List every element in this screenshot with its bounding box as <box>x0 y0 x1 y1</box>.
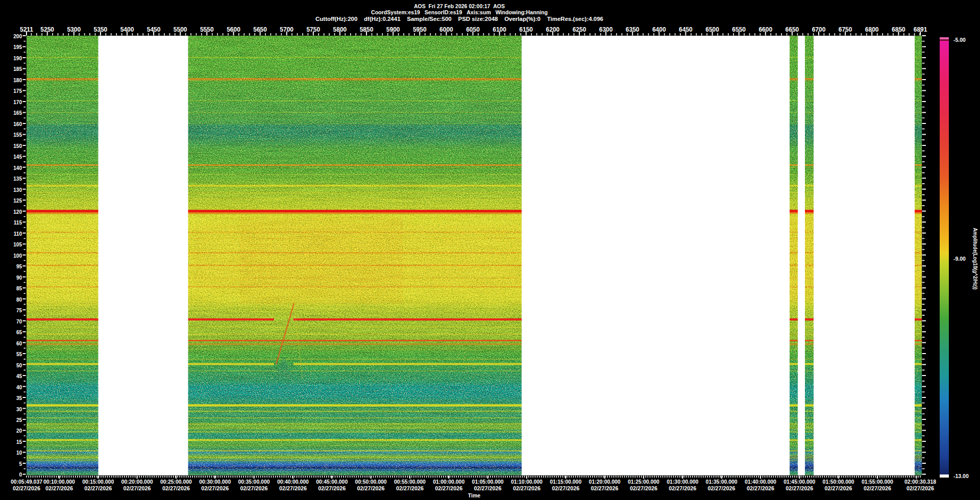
svg-text:40: 40 <box>16 385 22 390</box>
svg-text:180: 180 <box>13 78 22 83</box>
svg-text:02/27/2026: 02/27/2026 <box>279 485 307 491</box>
svg-text:00:35:00.000: 00:35:00.000 <box>238 479 270 485</box>
svg-text:00:20:00.000: 00:20:00.000 <box>121 479 153 485</box>
svg-text:6300: 6300 <box>599 26 613 33</box>
svg-text:185: 185 <box>13 66 22 72</box>
svg-text:00:05:49.037: 00:05:49.037 <box>11 479 42 485</box>
svg-text:6550: 6550 <box>732 26 746 33</box>
svg-text:15: 15 <box>16 439 22 445</box>
svg-text:AOS Fri 27 Feb 2026 02:00:17: AOS Fri 27 Feb 2026 02:00:17 AOS <box>414 3 505 9</box>
svg-text:01:50:00.000: 01:50:00.000 <box>823 479 854 485</box>
svg-text:150: 150 <box>13 143 22 149</box>
svg-text:5250: 5250 <box>40 26 54 33</box>
svg-text:165: 165 <box>13 110 22 116</box>
svg-text:01:00:00.000: 01:00:00.000 <box>433 479 464 485</box>
svg-text:110: 110 <box>14 231 22 237</box>
svg-text:02/27/2026: 02/27/2026 <box>357 485 385 491</box>
svg-text:75: 75 <box>16 308 22 313</box>
svg-text:00:45:00.000: 00:45:00.000 <box>316 479 348 485</box>
svg-text:00:25:00.000: 00:25:00.000 <box>160 479 192 485</box>
svg-text:5900: 5900 <box>386 26 400 33</box>
svg-text:01:20:00.000: 01:20:00.000 <box>589 479 621 485</box>
svg-text:80: 80 <box>16 297 22 303</box>
svg-text:6750: 6750 <box>839 26 852 33</box>
svg-text:02/27/2026: 02/27/2026 <box>864 485 891 491</box>
svg-text:02/27/2026: 02/27/2026 <box>591 485 619 491</box>
svg-text:70: 70 <box>16 319 22 324</box>
svg-text:10: 10 <box>16 450 22 456</box>
svg-text:6450: 6450 <box>679 26 693 33</box>
svg-text:6100: 6100 <box>493 26 506 33</box>
svg-text:115: 115 <box>14 220 22 226</box>
svg-text:95: 95 <box>16 264 22 269</box>
svg-text:140: 140 <box>13 165 22 171</box>
svg-text:6600: 6600 <box>758 26 772 33</box>
svg-text:02/27/2026: 02/27/2026 <box>13 485 40 491</box>
svg-text:-13.00: -13.00 <box>953 473 969 479</box>
svg-text:Amplitude(Log10(g^2/Hz)): Amplitude(Log10(g^2/Hz)) <box>972 228 978 290</box>
svg-text:01:05:00.000: 01:05:00.000 <box>472 479 504 485</box>
svg-text:6500: 6500 <box>705 26 719 33</box>
svg-text:02/27/2026: 02/27/2026 <box>513 485 541 491</box>
svg-text:5450: 5450 <box>147 26 161 33</box>
svg-text:200: 200 <box>13 34 22 39</box>
svg-text:135: 135 <box>13 176 22 182</box>
svg-text:Time: Time <box>468 492 480 498</box>
svg-text:02/27/2026: 02/27/2026 <box>435 485 462 491</box>
svg-text:5800: 5800 <box>333 26 347 33</box>
svg-text:02/27/2026: 02/27/2026 <box>906 485 934 491</box>
svg-text:01:40:00.000: 01:40:00.000 <box>745 479 776 485</box>
svg-text:02/27/2026: 02/27/2026 <box>84 485 112 491</box>
svg-text:50: 50 <box>16 363 22 368</box>
svg-text:00:30:00.000: 00:30:00.000 <box>199 479 231 485</box>
svg-text:100: 100 <box>13 253 22 259</box>
svg-text:5700: 5700 <box>280 26 293 33</box>
svg-text:00:15:00.000: 00:15:00.000 <box>82 479 114 485</box>
svg-text:5950: 5950 <box>413 26 427 33</box>
svg-text:25: 25 <box>16 417 22 423</box>
svg-text:175: 175 <box>13 88 22 94</box>
svg-text:02/27/2026: 02/27/2026 <box>396 485 424 491</box>
svg-text:02/27/2026: 02/27/2026 <box>162 485 190 491</box>
svg-text:20: 20 <box>16 428 22 434</box>
svg-text:6250: 6250 <box>573 26 586 33</box>
svg-text:35: 35 <box>16 395 22 401</box>
svg-text:02/27/2026: 02/27/2026 <box>747 485 774 491</box>
svg-text:90: 90 <box>16 275 22 281</box>
svg-text:5: 5 <box>19 461 22 467</box>
svg-text:6800: 6800 <box>865 26 879 33</box>
svg-text:01:35:00.000: 01:35:00.000 <box>706 479 738 485</box>
svg-text:30: 30 <box>16 407 22 412</box>
svg-text:02/27/2026: 02/27/2026 <box>124 485 151 491</box>
svg-text:5750: 5750 <box>306 26 320 33</box>
svg-text:5550: 5550 <box>200 26 214 33</box>
svg-text:85: 85 <box>16 286 22 291</box>
svg-text:5211: 5211 <box>20 26 33 33</box>
svg-text:00:10:00.000: 00:10:00.000 <box>43 479 75 485</box>
svg-text:00:50:00.000: 00:50:00.000 <box>355 479 387 485</box>
svg-text:01:10:00.000: 01:10:00.000 <box>511 479 543 485</box>
svg-text:CoordSystem:es19 SensorID:es: CoordSystem:es19 SensorID:es19 Axis:sum … <box>371 9 548 15</box>
svg-text:6200: 6200 <box>546 26 560 33</box>
svg-text:01:45:00.000: 01:45:00.000 <box>783 479 815 485</box>
svg-text:02/27/2026: 02/27/2026 <box>45 485 73 491</box>
svg-text:6400: 6400 <box>652 26 666 33</box>
svg-text:120: 120 <box>13 209 22 215</box>
svg-text:02/27/2026: 02/27/2026 <box>318 485 346 491</box>
svg-text:155: 155 <box>13 132 22 138</box>
svg-text:0: 0 <box>19 472 22 478</box>
svg-text:01:30:00.000: 01:30:00.000 <box>667 479 698 485</box>
svg-text:6891: 6891 <box>914 26 927 33</box>
svg-text:02:00:30.318: 02:00:30.318 <box>904 479 936 485</box>
svg-text:6050: 6050 <box>466 26 480 33</box>
svg-text:5500: 5500 <box>174 26 187 33</box>
svg-text:55: 55 <box>16 352 22 357</box>
svg-text:5850: 5850 <box>360 26 374 33</box>
svg-text:01:55:00.000: 01:55:00.000 <box>862 479 893 485</box>
svg-text:02/27/2026: 02/27/2026 <box>552 485 579 491</box>
svg-text:-5.00: -5.00 <box>953 37 966 43</box>
svg-text:02/27/2026: 02/27/2026 <box>669 485 696 491</box>
svg-text:6150: 6150 <box>519 26 533 33</box>
svg-text:60: 60 <box>16 341 22 346</box>
svg-text:-9.00: -9.00 <box>953 256 966 262</box>
